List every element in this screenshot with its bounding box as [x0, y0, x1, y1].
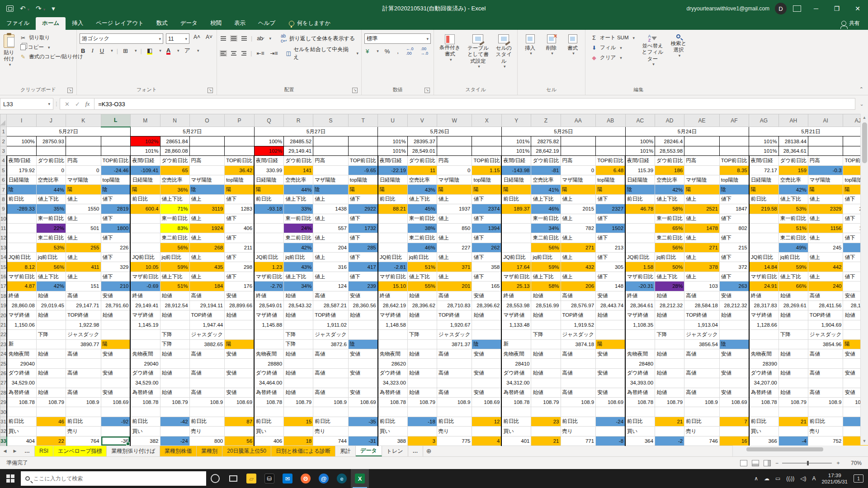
zoom-slider[interactable] [782, 463, 832, 464]
cell[interactable] [719, 427, 749, 436]
cell[interactable] [501, 407, 531, 417]
cell[interactable] [531, 359, 561, 368]
cell[interactable]: 4.87 [7, 282, 37, 291]
cell[interactable] [437, 407, 472, 417]
ribbon-tab-データ[interactable]: データ [174, 17, 204, 30]
cell[interactable]: 101% [501, 146, 531, 155]
taskbar-excel[interactable]: X [351, 469, 369, 488]
row-header-11[interactable]: 11 [0, 223, 7, 233]
cell[interactable]: 51% [778, 223, 808, 233]
cell[interactable]: 2819 [101, 204, 130, 214]
cell[interactable]: マザ前日比 [254, 272, 284, 281]
cell[interactable]: 358 [472, 262, 501, 272]
cell[interactable]: 102% [130, 136, 160, 146]
cell[interactable] [596, 407, 625, 417]
column-header-I[interactable]: I [7, 114, 37, 127]
row-header-4[interactable]: 4 [0, 156, 7, 165]
cell[interactable] [101, 330, 130, 339]
cell[interactable] [808, 378, 843, 388]
account-email[interactable]: dryyourtearswithlove1@gmail.com [686, 5, 769, 12]
cell[interactable]: 28,642.19 [531, 146, 561, 155]
cell[interactable]: 安値 [719, 388, 749, 397]
cell[interactable]: 始値 [531, 388, 561, 397]
cell[interactable] [378, 233, 408, 243]
cell[interactable]: 高値 [684, 388, 720, 397]
cell[interactable]: 71% [160, 204, 189, 214]
cell[interactable]: 高値 [437, 388, 472, 397]
cell[interactable] [130, 223, 160, 233]
cell[interactable]: 値上 [808, 194, 843, 204]
cell[interactable]: 売り [561, 427, 596, 436]
cell[interactable]: 45% [407, 204, 437, 214]
cell[interactable]: jq前日比 [284, 253, 313, 262]
cell[interactable] [561, 146, 596, 155]
cell[interactable]: 為替終値 [501, 388, 531, 397]
cell[interactable]: 始値 [160, 310, 189, 320]
cell[interactable]: 41% [531, 185, 561, 194]
cell[interactable]: 買い [254, 427, 284, 436]
cell[interactable]: 値上 [561, 214, 596, 223]
cell[interactable]: 始値 [778, 388, 808, 397]
cell[interactable]: 値上 [437, 272, 472, 281]
cell[interactable]: 高値 [684, 349, 720, 358]
cell[interactable] [596, 359, 625, 368]
cell[interactable]: -0.69 [130, 282, 160, 291]
row-header-18[interactable]: 18 [0, 291, 7, 300]
cell[interactable]: 44% [36, 185, 66, 194]
row-header-31[interactable]: 31 [0, 417, 7, 426]
cell[interactable]: 値下 [719, 194, 749, 204]
cell[interactable] [625, 243, 655, 252]
sort-filter-button[interactable]: AZ 並べ替えとフィルター▾ [639, 33, 666, 69]
taskbar-email-app[interactable]: @ [315, 469, 333, 488]
cell[interactable]: 始値 [655, 388, 684, 397]
cell[interactable]: マザ陽陰 [313, 175, 349, 184]
taskbar-clock[interactable]: 17:39 2021/05/31 [821, 472, 848, 485]
decrease-font-icon[interactable]: A˅ [204, 33, 214, 44]
formula-input[interactable]: =K33-O33 [94, 98, 855, 110]
cell[interactable]: 始値 [407, 310, 437, 320]
cell[interactable] [378, 407, 408, 417]
cell[interactable] [501, 233, 531, 243]
cell[interactable]: 値下 [101, 194, 130, 204]
cell[interactable] [719, 359, 749, 368]
taskbar-explorer[interactable]: ▱ [242, 469, 260, 488]
cell[interactable] [407, 378, 437, 388]
cell[interactable] [531, 427, 561, 436]
cell[interactable]: 終値 [749, 291, 779, 300]
cell[interactable]: 1800 [101, 223, 130, 233]
paste-button[interactable]: 貼り付け ▾ [3, 33, 15, 69]
cell[interactable]: 764 [66, 436, 101, 446]
cell[interactable]: 先物夜間 [7, 349, 37, 358]
cell[interactable]: 安値 [719, 368, 749, 378]
sheet-tab-日別と株価による診断[interactable]: 日別と株価による診断 [271, 446, 335, 456]
cell[interactable]: 高値 [189, 349, 225, 358]
format-cells-button[interactable]: 書式▾ [563, 33, 582, 58]
cell[interactable]: TOP終値 [808, 310, 843, 320]
cell[interactable]: 始値 [36, 368, 66, 378]
cell[interactable] [130, 214, 160, 223]
cell[interactable]: 始値 [596, 310, 625, 320]
cell[interactable]: 800 [189, 436, 225, 446]
cell[interactable]: 108.79 [36, 397, 66, 407]
cell[interactable]: jq前日比 [655, 253, 684, 262]
cell[interactable]: 50% [655, 262, 684, 272]
cell[interactable]: 高値 [561, 349, 596, 358]
cell[interactable]: 陽 [749, 185, 779, 194]
cell[interactable]: 329 [101, 262, 130, 272]
bold-button[interactable]: B [80, 47, 86, 55]
cell[interactable]: 108.78 [625, 397, 655, 407]
cell[interactable]: 陰 [101, 185, 130, 194]
cell[interactable]: 3890.77 [66, 339, 101, 349]
cell[interactable]: 円高 [808, 156, 843, 165]
cell[interactable]: 417 [348, 262, 377, 272]
cell[interactable]: 安値 [348, 349, 377, 358]
cell[interactable] [378, 330, 408, 339]
cell[interactable]: 204 [313, 243, 349, 252]
cell[interactable]: 値上 [561, 233, 596, 243]
cell[interactable] [472, 320, 501, 329]
cell[interactable]: -24 [160, 436, 189, 446]
cell[interactable]: 為替終値 [378, 388, 408, 397]
cell[interactable] [348, 320, 377, 329]
cell[interactable] [160, 407, 189, 417]
cell[interactable]: top陽陰 [596, 175, 625, 184]
